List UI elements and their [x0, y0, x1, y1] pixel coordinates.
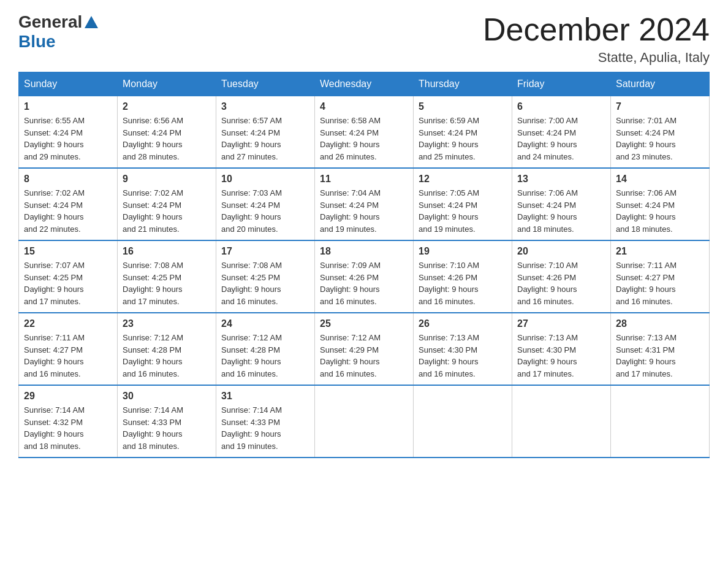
day-number: 13	[517, 174, 605, 185]
day-number: 20	[517, 246, 605, 257]
day-info: Sunrise: 7:13 AM Sunset: 4:30 PM Dayligh…	[419, 332, 507, 380]
day-info: Sunrise: 7:02 AM Sunset: 4:24 PM Dayligh…	[123, 187, 211, 235]
day-info: Sunrise: 7:11 AM Sunset: 4:27 PM Dayligh…	[616, 259, 704, 307]
weekday-header-monday: Monday	[118, 72, 216, 96]
calendar-cell: 2 Sunrise: 6:56 AM Sunset: 4:24 PM Dayli…	[118, 96, 216, 169]
day-number: 15	[24, 246, 112, 257]
day-number: 10	[221, 174, 309, 185]
logo-blue-text: Blue	[18, 32, 56, 51]
day-number: 27	[517, 318, 605, 329]
title-section: December 2024 Statte, Apulia, Italy	[483, 12, 710, 66]
weekday-header-tuesday: Tuesday	[216, 72, 315, 96]
calendar-cell: 9 Sunrise: 7:02 AM Sunset: 4:24 PM Dayli…	[118, 168, 216, 240]
day-number: 11	[320, 174, 408, 185]
calendar-cell: 5 Sunrise: 6:59 AM Sunset: 4:24 PM Dayli…	[414, 96, 512, 169]
day-number: 26	[419, 318, 507, 329]
weekday-header-saturday: Saturday	[611, 72, 710, 96]
day-number: 21	[616, 246, 704, 257]
day-number: 25	[320, 318, 408, 329]
calendar-cell: 16 Sunrise: 7:08 AM Sunset: 4:25 PM Dayl…	[118, 240, 216, 313]
calendar-week-row: 22 Sunrise: 7:11 AM Sunset: 4:27 PM Dayl…	[19, 313, 710, 385]
calendar-cell: 17 Sunrise: 7:08 AM Sunset: 4:25 PM Dayl…	[216, 240, 315, 313]
calendar-cell: 25 Sunrise: 7:12 AM Sunset: 4:29 PM Dayl…	[315, 313, 414, 385]
day-number: 23	[123, 318, 211, 329]
calendar-cell: 21 Sunrise: 7:11 AM Sunset: 4:27 PM Dayl…	[611, 240, 710, 313]
weekday-header-row: SundayMondayTuesdayWednesdayThursdayFrid…	[19, 72, 710, 96]
calendar-cell: 24 Sunrise: 7:12 AM Sunset: 4:28 PM Dayl…	[216, 313, 315, 385]
day-info: Sunrise: 7:10 AM Sunset: 4:26 PM Dayligh…	[419, 259, 507, 307]
logo: General Blue	[18, 12, 98, 52]
day-info: Sunrise: 6:59 AM Sunset: 4:24 PM Dayligh…	[419, 115, 507, 163]
day-number: 4	[320, 101, 408, 112]
calendar-cell: 23 Sunrise: 7:12 AM Sunset: 4:28 PM Dayl…	[118, 313, 216, 385]
calendar-cell: 10 Sunrise: 7:03 AM Sunset: 4:24 PM Dayl…	[216, 168, 315, 240]
day-info: Sunrise: 7:12 AM Sunset: 4:28 PM Dayligh…	[221, 332, 309, 380]
day-info: Sunrise: 7:00 AM Sunset: 4:24 PM Dayligh…	[517, 115, 605, 163]
day-number: 31	[221, 391, 309, 402]
day-number: 2	[123, 101, 211, 112]
location-text: Statte, Apulia, Italy	[483, 50, 710, 66]
day-number: 14	[616, 174, 704, 185]
day-info: Sunrise: 7:04 AM Sunset: 4:24 PM Dayligh…	[320, 187, 408, 235]
weekday-header-sunday: Sunday	[19, 72, 118, 96]
weekday-header-thursday: Thursday	[414, 72, 512, 96]
day-info: Sunrise: 6:57 AM Sunset: 4:24 PM Dayligh…	[221, 115, 309, 163]
calendar-week-row: 8 Sunrise: 7:02 AM Sunset: 4:24 PM Dayli…	[19, 168, 710, 240]
day-info: Sunrise: 7:05 AM Sunset: 4:24 PM Dayligh…	[419, 187, 507, 235]
calendar-cell: 27 Sunrise: 7:13 AM Sunset: 4:30 PM Dayl…	[512, 313, 611, 385]
day-info: Sunrise: 7:06 AM Sunset: 4:24 PM Dayligh…	[616, 187, 704, 235]
day-number: 9	[123, 174, 211, 185]
svg-marker-0	[85, 16, 98, 28]
day-number: 3	[221, 101, 309, 112]
day-number: 6	[517, 101, 605, 112]
calendar-cell: 11 Sunrise: 7:04 AM Sunset: 4:24 PM Dayl…	[315, 168, 414, 240]
calendar-cell: 30 Sunrise: 7:14 AM Sunset: 4:33 PM Dayl…	[118, 385, 216, 458]
day-number: 30	[123, 391, 211, 402]
calendar-week-row: 15 Sunrise: 7:07 AM Sunset: 4:25 PM Dayl…	[19, 240, 710, 313]
calendar-cell: 31 Sunrise: 7:14 AM Sunset: 4:33 PM Dayl…	[216, 385, 315, 458]
day-info: Sunrise: 7:13 AM Sunset: 4:31 PM Dayligh…	[616, 332, 704, 380]
day-info: Sunrise: 7:06 AM Sunset: 4:24 PM Dayligh…	[517, 187, 605, 235]
calendar-cell: 14 Sunrise: 7:06 AM Sunset: 4:24 PM Dayl…	[611, 168, 710, 240]
weekday-header-wednesday: Wednesday	[315, 72, 414, 96]
calendar-cell	[315, 385, 414, 458]
day-number: 29	[24, 391, 112, 402]
month-title: December 2024	[483, 12, 710, 47]
day-info: Sunrise: 7:10 AM Sunset: 4:26 PM Dayligh…	[517, 259, 605, 307]
logo-general-text: General	[18, 12, 82, 32]
calendar-cell: 28 Sunrise: 7:13 AM Sunset: 4:31 PM Dayl…	[611, 313, 710, 385]
calendar-cell: 8 Sunrise: 7:02 AM Sunset: 4:24 PM Dayli…	[19, 168, 118, 240]
calendar-cell: 7 Sunrise: 7:01 AM Sunset: 4:24 PM Dayli…	[611, 96, 710, 169]
day-info: Sunrise: 7:11 AM Sunset: 4:27 PM Dayligh…	[24, 332, 112, 380]
calendar-cell: 18 Sunrise: 7:09 AM Sunset: 4:26 PM Dayl…	[315, 240, 414, 313]
calendar-cell: 4 Sunrise: 6:58 AM Sunset: 4:24 PM Dayli…	[315, 96, 414, 169]
day-number: 28	[616, 318, 704, 329]
day-info: Sunrise: 6:58 AM Sunset: 4:24 PM Dayligh…	[320, 115, 408, 163]
calendar-cell: 3 Sunrise: 6:57 AM Sunset: 4:24 PM Dayli…	[216, 96, 315, 169]
day-number: 17	[221, 246, 309, 257]
day-number: 19	[419, 246, 507, 257]
day-info: Sunrise: 7:14 AM Sunset: 4:32 PM Dayligh…	[24, 404, 112, 452]
calendar-cell: 1 Sunrise: 6:55 AM Sunset: 4:24 PM Dayli…	[19, 96, 118, 169]
day-number: 5	[419, 101, 507, 112]
day-info: Sunrise: 6:56 AM Sunset: 4:24 PM Dayligh…	[123, 115, 211, 163]
day-info: Sunrise: 7:13 AM Sunset: 4:30 PM Dayligh…	[517, 332, 605, 380]
logo-arrows	[85, 16, 98, 28]
day-info: Sunrise: 7:01 AM Sunset: 4:24 PM Dayligh…	[616, 115, 704, 163]
calendar-cell	[512, 385, 611, 458]
day-info: Sunrise: 7:09 AM Sunset: 4:26 PM Dayligh…	[320, 259, 408, 307]
day-info: Sunrise: 7:08 AM Sunset: 4:25 PM Dayligh…	[221, 259, 309, 307]
day-info: Sunrise: 7:03 AM Sunset: 4:24 PM Dayligh…	[221, 187, 309, 235]
day-info: Sunrise: 7:12 AM Sunset: 4:29 PM Dayligh…	[320, 332, 408, 380]
day-number: 7	[616, 101, 704, 112]
calendar-week-row: 29 Sunrise: 7:14 AM Sunset: 4:32 PM Dayl…	[19, 385, 710, 458]
calendar-cell: 6 Sunrise: 7:00 AM Sunset: 4:24 PM Dayli…	[512, 96, 611, 169]
calendar-week-row: 1 Sunrise: 6:55 AM Sunset: 4:24 PM Dayli…	[19, 96, 710, 169]
calendar-table: SundayMondayTuesdayWednesdayThursdayFrid…	[18, 72, 710, 458]
calendar-cell	[611, 385, 710, 458]
day-info: Sunrise: 7:02 AM Sunset: 4:24 PM Dayligh…	[24, 187, 112, 235]
day-info: Sunrise: 7:07 AM Sunset: 4:25 PM Dayligh…	[24, 259, 112, 307]
calendar-cell: 26 Sunrise: 7:13 AM Sunset: 4:30 PM Dayl…	[414, 313, 512, 385]
day-number: 24	[221, 318, 309, 329]
day-number: 8	[24, 174, 112, 185]
